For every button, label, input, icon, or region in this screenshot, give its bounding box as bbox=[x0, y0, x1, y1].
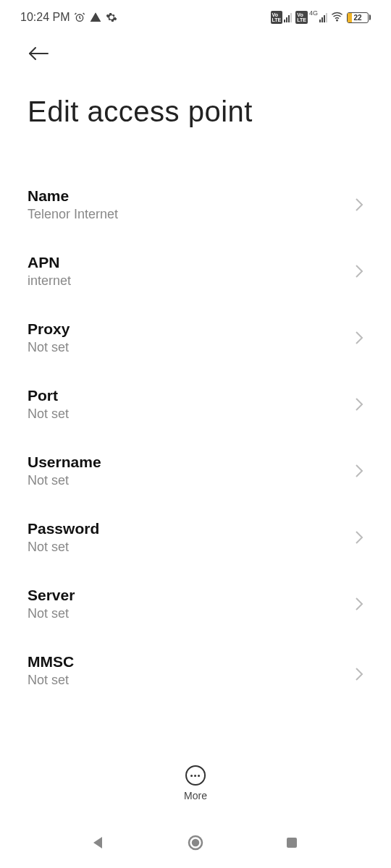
sim2-signal: VoLTE 4G bbox=[295, 11, 327, 24]
sim1-signal: VoLTE bbox=[271, 11, 293, 24]
nav-recents-button[interactable] bbox=[283, 834, 300, 851]
more-label: More bbox=[184, 790, 207, 801]
svg-rect-4 bbox=[287, 838, 297, 848]
header bbox=[0, 32, 391, 68]
battery-percentage: 22 bbox=[348, 14, 368, 22]
item-title: APN bbox=[28, 254, 346, 271]
status-right: VoLTE VoLTE 4G 22 bbox=[271, 10, 371, 25]
chevron-right-icon bbox=[355, 597, 363, 611]
gear-icon bbox=[106, 12, 117, 23]
setting-apn[interactable]: APN internet bbox=[0, 238, 391, 305]
chevron-right-icon bbox=[355, 464, 363, 478]
nav-home-button[interactable] bbox=[187, 834, 204, 851]
item-value: internet bbox=[28, 273, 346, 289]
setting-name[interactable]: Name Telenor Internet bbox=[0, 171, 391, 238]
back-button[interactable] bbox=[28, 46, 49, 61]
svg-point-1 bbox=[337, 20, 337, 20]
svg-point-3 bbox=[193, 840, 198, 846]
signal-bars-icon bbox=[284, 13, 292, 22]
signal-bars-icon bbox=[319, 13, 327, 22]
item-value: Not set bbox=[28, 673, 346, 694]
item-title: Name bbox=[28, 187, 346, 205]
nav-back-button[interactable] bbox=[91, 834, 108, 851]
chevron-right-icon bbox=[355, 264, 363, 278]
item-title: Proxy bbox=[28, 320, 346, 338]
setting-proxy[interactable]: Proxy Not set bbox=[0, 305, 391, 371]
setting-port[interactable]: Port Not set bbox=[0, 371, 391, 438]
item-value: Not set bbox=[28, 606, 346, 621]
fade-overlay bbox=[0, 734, 391, 763]
item-title: Port bbox=[28, 387, 346, 404]
item-value: Not set bbox=[28, 473, 346, 488]
item-title: Server bbox=[28, 587, 346, 604]
network-type-label: 4G bbox=[309, 9, 318, 17]
setting-mmsc[interactable]: MMSC Not set bbox=[0, 637, 391, 710]
settings-list: Name Telenor Internet APN internet Proxy… bbox=[0, 150, 391, 710]
wifi-icon bbox=[331, 10, 343, 25]
more-icon bbox=[185, 765, 206, 786]
navigation-bar bbox=[0, 817, 391, 868]
status-left: 10:24 PM bbox=[20, 11, 117, 24]
lte-badge-icon: VoLTE bbox=[295, 11, 308, 24]
status-time: 10:24 PM bbox=[20, 11, 70, 24]
setting-password[interactable]: Password Not set bbox=[0, 504, 391, 571]
item-value: Not set bbox=[28, 540, 346, 555]
alarm-icon bbox=[74, 12, 85, 23]
item-value: Not set bbox=[28, 340, 346, 355]
chevron-right-icon bbox=[355, 197, 363, 212]
item-value: Not set bbox=[28, 407, 346, 422]
chevron-right-icon bbox=[355, 397, 363, 412]
page-title: Edit access point bbox=[0, 68, 391, 150]
chevron-right-icon bbox=[355, 331, 363, 345]
item-value: Telenor Internet bbox=[28, 207, 346, 222]
warning-icon bbox=[90, 12, 101, 23]
item-title: Password bbox=[28, 520, 346, 537]
setting-username[interactable]: Username Not set bbox=[0, 438, 391, 504]
item-title: Username bbox=[28, 454, 346, 471]
more-button[interactable]: More bbox=[184, 765, 207, 801]
status-bar: 10:24 PM VoLTE VoLTE 4G bbox=[0, 0, 391, 32]
chevron-right-icon bbox=[355, 530, 363, 545]
chevron-right-icon bbox=[355, 667, 363, 681]
battery-icon: 22 bbox=[347, 12, 371, 23]
item-title: MMSC bbox=[28, 653, 346, 671]
setting-server[interactable]: Server Not set bbox=[0, 571, 391, 637]
lte-badge-icon: VoLTE bbox=[271, 11, 283, 24]
